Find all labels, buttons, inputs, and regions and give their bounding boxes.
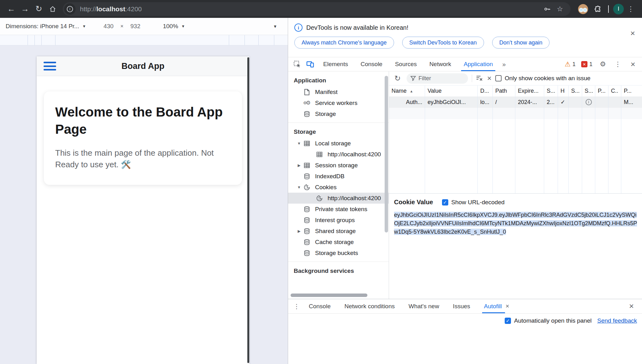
cell-expires[interactable]: 2024-... [515, 96, 544, 108]
profile-button[interactable]: I [613, 4, 624, 14]
url-decoded-checkbox[interactable]: ✓ Show URL-decoded [442, 199, 505, 206]
drawer-tab-console[interactable]: Console [304, 299, 336, 313]
device-height-field[interactable]: 932 [130, 23, 140, 30]
cell-partition[interactable] [595, 96, 608, 108]
device-select[interactable]: Dimensions: iPhone 14 Pr... ▼ [6, 23, 86, 30]
collapse-arrow-icon[interactable]: ▶ [295, 163, 303, 168]
cookie-row-authorization[interactable]: Auth... eyJhbGciOiJI... lo... / 2024-...… [389, 96, 642, 108]
cell-path[interactable]: / [493, 96, 515, 108]
errors-counter[interactable]: ✕ 1 [579, 61, 594, 68]
tree-item-indexeddb[interactable]: IndexedDB [288, 171, 389, 182]
col-httponly[interactable]: H [558, 86, 569, 96]
settings-gear-icon[interactable]: ⚙ [596, 60, 609, 68]
home-icon[interactable] [46, 2, 60, 16]
col-crosssite[interactable]: C.. [608, 86, 621, 96]
devtools-menu-icon[interactable]: ⋮ [611, 60, 624, 68]
drawer-tab-whats-new[interactable]: What's new [403, 299, 444, 313]
forward-icon[interactable]: → [18, 2, 32, 16]
auto-open-checkbox[interactable]: ✓ Automatically open this panel [505, 317, 592, 324]
avatar-extension-icon[interactable] [578, 4, 588, 14]
tab-console[interactable]: Console [356, 57, 387, 71]
inspect-element-icon[interactable] [291, 57, 304, 71]
refresh-icon[interactable]: ↻ [392, 74, 403, 83]
sidebar-item-storage[interactable]: Storage [288, 108, 389, 119]
checkbox-checked-icon[interactable]: ✓ [505, 318, 511, 324]
password-key-icon[interactable] [541, 3, 554, 15]
devtools-close-icon[interactable]: × [626, 60, 639, 69]
filter-input[interactable] [418, 75, 456, 82]
tree-item-local-storage[interactable]: ▼ Local storage [288, 138, 389, 149]
only-issues-checkbox[interactable]: Only show cookies with an issue [495, 75, 591, 82]
dont-show-again-button[interactable]: Don't show again [492, 37, 550, 49]
col-domain[interactable]: D... [478, 86, 493, 96]
tree-item-cache-storage[interactable]: Cache storage [288, 237, 389, 247]
drawer-close-icon[interactable]: × [624, 299, 639, 313]
page-scrollbar[interactable] [247, 57, 249, 363]
checkbox-unchecked-icon[interactable] [495, 75, 502, 81]
tab-sources[interactable]: Sources [391, 57, 421, 71]
col-path[interactable]: Path [493, 86, 515, 96]
extensions-puzzle-icon[interactable] [591, 3, 604, 15]
sidebar-vertical-scrollbar[interactable] [385, 76, 388, 232]
bookmark-star-icon[interactable]: ☆ [554, 3, 566, 15]
tab-application[interactable]: Application [459, 57, 497, 71]
checkbox-checked-icon[interactable]: ✓ [442, 199, 448, 205]
cell-domain[interactable]: lo... [478, 96, 493, 108]
clear-filter-icon[interactable] [476, 75, 483, 81]
cell-size[interactable]: 2... [544, 96, 558, 108]
browser-menu-icon[interactable]: ⋮ [624, 2, 638, 16]
url-text[interactable]: http://localhost:4200 [80, 5, 541, 13]
back-icon[interactable]: ← [4, 2, 18, 16]
sidebar-horizontal-scrollbar[interactable] [291, 294, 367, 297]
cookie-value-text[interactable]: eyJhbGciOiJIUzI1NiIsInR5cCI6IkpXVCJ9.eyJ… [394, 211, 640, 236]
device-width-field[interactable]: 430 [103, 23, 113, 30]
cell-value[interactable]: eyJhbGciOiJI... [425, 96, 478, 108]
cell-httponly[interactable]: ✓ [558, 96, 569, 108]
tree-item-cookies[interactable]: ▼ Cookies [288, 182, 389, 193]
device-more-options-icon[interactable]: ▼ [273, 24, 277, 29]
tree-item-storage-buckets[interactable]: Storage buckets [288, 247, 389, 258]
zoom-select[interactable]: 100% ▼ [163, 23, 185, 30]
expand-arrow-icon[interactable]: ▼ [295, 185, 303, 190]
notice-close-icon[interactable]: × [630, 29, 635, 38]
collapse-arrow-icon[interactable]: ▶ [295, 229, 303, 233]
cell-samesite[interactable]: i [582, 96, 595, 108]
address-bar[interactable]: i http://localhost:4200 ☆ [63, 2, 571, 16]
send-feedback-link[interactable]: Send feedback [597, 317, 637, 324]
col-samesite[interactable]: S... [582, 86, 595, 96]
tree-item-cookies-origin[interactable]: http://localhost:4200 [288, 193, 389, 204]
switch-korean-button[interactable]: Switch DevTools to Korean [402, 37, 484, 49]
match-language-button[interactable]: Always match Chrome's language [294, 37, 394, 49]
info-icon[interactable]: i [586, 99, 592, 105]
col-size[interactable]: S... [544, 86, 558, 96]
drawer-tab-network-conditions[interactable]: Network conditions [339, 299, 400, 313]
more-tabs-icon[interactable]: » [499, 57, 509, 71]
tree-item-local-storage-origin[interactable]: http://localhost:4200 [288, 149, 389, 160]
cookie-filter[interactable] [407, 73, 468, 84]
sidebar-item-manifest[interactable]: Manifest [288, 86, 389, 97]
col-value[interactable]: Value [425, 86, 478, 96]
tree-item-interest-groups[interactable]: Interest groups [288, 215, 389, 226]
drawer-tab-issues[interactable]: Issues [448, 299, 475, 313]
cell-name[interactable]: Auth... [389, 96, 425, 108]
close-tab-icon[interactable]: × [506, 303, 509, 310]
tree-item-private-state-tokens[interactable]: Private state tokens [288, 204, 389, 215]
delete-cookies-icon[interactable]: × [487, 74, 492, 83]
cell-secure[interactable] [569, 96, 582, 108]
tree-item-session-storage[interactable]: ▶ Session storage [288, 160, 389, 171]
site-info-icon[interactable]: i [64, 3, 76, 15]
col-partition[interactable]: P... [595, 86, 608, 96]
tab-network[interactable]: Network [425, 57, 456, 71]
reload-icon[interactable]: ↻ [32, 2, 46, 16]
warnings-counter[interactable]: ⚠ 1 [563, 60, 577, 68]
device-toolbar-toggle-icon[interactable] [304, 57, 317, 71]
cell-priority[interactable]: M... [621, 96, 642, 108]
sidebar-item-service-workers[interactable]: ⚙⚙ Service workers [288, 97, 389, 108]
tree-item-shared-storage[interactable]: ▶ Shared storage [288, 226, 389, 237]
col-secure[interactable]: S... [569, 86, 582, 96]
drawer-menu-icon[interactable]: ⋮ [291, 299, 302, 313]
cell-crosssite[interactable] [608, 96, 621, 108]
col-priority[interactable]: P... [621, 86, 642, 96]
col-name[interactable]: Name▲ [389, 86, 425, 96]
media-query-ruler[interactable] [0, 35, 288, 45]
